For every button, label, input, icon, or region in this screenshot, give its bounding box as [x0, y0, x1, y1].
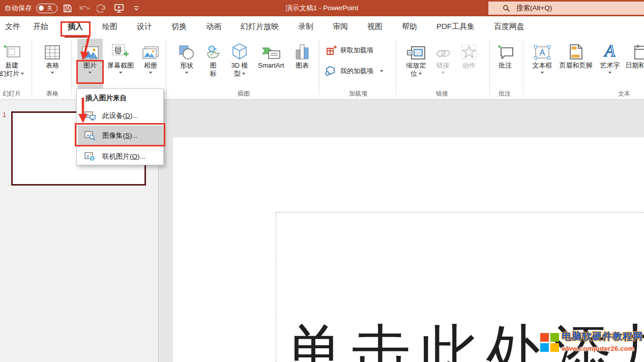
comment-icon [496, 40, 514, 60]
autosave-toggle[interactable]: 关 [36, 4, 57, 13]
3d-cube-icon [231, 40, 248, 60]
pictures-icon [82, 40, 99, 60]
icons-duck-icon [206, 40, 221, 60]
chevron-down-icon [149, 72, 152, 74]
chevron-down-icon [51, 72, 54, 74]
new-slide-icon [3, 40, 20, 60]
link-icon [435, 40, 451, 60]
new-slide-button[interactable]: 新建 幻灯片 [0, 40, 32, 88]
group-divider [71, 40, 72, 95]
tab-transitions[interactable]: 切换 [162, 16, 196, 37]
tab-pdf-tools[interactable]: PDF工具集 [427, 16, 484, 37]
chevron-down-icon [89, 72, 92, 74]
pictures-button[interactable]: 图片 [77, 40, 103, 88]
shapes-icon [179, 40, 195, 60]
group-divider [319, 40, 319, 95]
slideshow-icon [114, 3, 124, 13]
table-button[interactable]: 表格 [38, 40, 67, 88]
powerpoint-window: 自动保存 关 演示文稿1 - PowerPoint 搜索(Alt+Q) 文件 开… [0, 0, 644, 362]
header-footer-button[interactable]: 页眉和页脚 [558, 40, 594, 88]
tab-animations[interactable]: 动画 [196, 16, 231, 37]
redo-icon [97, 4, 107, 13]
watermark-site-url: www.computer26.com [562, 345, 643, 352]
link-button[interactable]: 链接 [432, 40, 454, 88]
zoom-summary-icon [406, 40, 426, 60]
tab-insert[interactable]: 插入 [58, 16, 93, 37]
textbox-button[interactable]: A 文本框 [529, 40, 555, 88]
tab-baidu-netdisk[interactable]: 百度网盘 [484, 16, 534, 37]
start-slideshow-button[interactable] [111, 2, 127, 15]
photo-album-icon [142, 40, 159, 60]
customize-qat-button[interactable] [129, 2, 144, 15]
menu-header: 插入图片来自 [85, 94, 127, 103]
smartart-button[interactable]: SmartArt [255, 40, 287, 88]
wordart-button[interactable]: A 艺术字 [597, 40, 623, 88]
svg-text:A: A [604, 43, 616, 60]
svg-text:A: A [540, 48, 545, 57]
watermark: 电脑软硬件教程网 www.computer26.com [540, 330, 643, 352]
datetime-button[interactable]: 日期和时间 [627, 40, 644, 88]
comment-button[interactable]: 批注 [493, 40, 517, 88]
chevron-down-icon [608, 72, 611, 74]
pictures-dropdown-menu: 插入图片来自 此设备(D)... 图像集(S)... 联机图片(O)... [76, 88, 164, 165]
chevron-down-icon [133, 5, 139, 11]
chevron-down-icon [21, 73, 24, 75]
group-divider [489, 40, 490, 95]
textbox-icon: A [534, 40, 551, 60]
shapes-button[interactable]: 形状 [174, 40, 199, 88]
microsoft-logo-icon [540, 333, 559, 352]
autosave-label: 自动保存 [5, 4, 32, 13]
group-label-links: 链接 [436, 89, 448, 98]
tab-slideshow[interactable]: 幻灯片放映 [231, 16, 288, 37]
chevron-down-icon [380, 70, 383, 72]
slide-number: 1 [3, 111, 6, 118]
search-box[interactable]: 搜索(Alt+Q) [488, 2, 644, 15]
header-footer-icon [569, 40, 583, 60]
title-bar: 自动保存 关 演示文稿1 - PowerPoint 搜索(Alt+Q) [0, 0, 644, 16]
tab-help[interactable]: 帮助 [392, 16, 427, 37]
my-addins-button[interactable]: 我的加载项 [325, 65, 383, 77]
watermark-site-name: 电脑软硬件教程网 [562, 330, 643, 343]
tab-review[interactable]: 审阅 [323, 16, 358, 37]
search-placeholder: 搜索(Alt+Q) [516, 4, 552, 13]
redo-button[interactable] [94, 2, 109, 15]
smartart-icon [261, 40, 281, 60]
undo-button[interactable] [77, 2, 92, 15]
group-label-tables: 表格 [46, 89, 58, 98]
autosave-state: 关 [47, 5, 52, 12]
online-pictures-icon [84, 152, 96, 161]
editing-canvas: 单击此处添加 [159, 100, 644, 362]
search-icon [503, 5, 510, 12]
tab-draw[interactable]: 绘图 [93, 16, 127, 37]
group-label-text: 文本 [618, 89, 630, 98]
chevron-down-icon [185, 72, 188, 74]
get-addins-button[interactable]: 获取加载项 [326, 45, 373, 56]
this-device-icon [84, 111, 96, 120]
action-button[interactable]: 动作 [457, 40, 481, 88]
group-divider [166, 40, 166, 95]
tab-design[interactable]: 设计 [127, 16, 162, 37]
menu-item-stock-images[interactable]: 图像集(S)... [78, 126, 163, 146]
screenshot-button[interactable]: 屏幕截图 [105, 40, 136, 88]
chart-button[interactable]: 图表 [289, 40, 315, 88]
group-label-comments: 批注 [499, 89, 511, 98]
chevron-down-icon [442, 72, 445, 74]
save-button[interactable] [60, 2, 75, 15]
menu-item-online-pictures[interactable]: 联机图片(O)... [78, 149, 163, 164]
tab-record[interactable]: 录制 [288, 16, 323, 37]
save-icon [63, 4, 72, 13]
tab-home[interactable]: 开始 [23, 16, 58, 37]
get-addins-icon [326, 45, 337, 56]
icons-button[interactable]: 图 标 [202, 40, 224, 88]
tab-file[interactable]: 文件 [1, 16, 23, 37]
photo-album-button[interactable]: 相册 [138, 40, 163, 88]
chevron-down-icon [119, 72, 122, 74]
group-label-slides: 幻灯片 [3, 89, 21, 98]
action-star-icon [461, 40, 477, 60]
wordart-icon: A [601, 40, 619, 60]
zoom-button[interactable]: 缩放定 位 [402, 40, 430, 88]
menu-item-this-device[interactable]: 此设备(D)... [78, 108, 163, 124]
tab-view[interactable]: 视图 [358, 16, 392, 37]
3d-models-button[interactable]: 3D 模 型 [225, 40, 254, 88]
slide-surface[interactable]: 单击此处添加 [173, 137, 644, 362]
